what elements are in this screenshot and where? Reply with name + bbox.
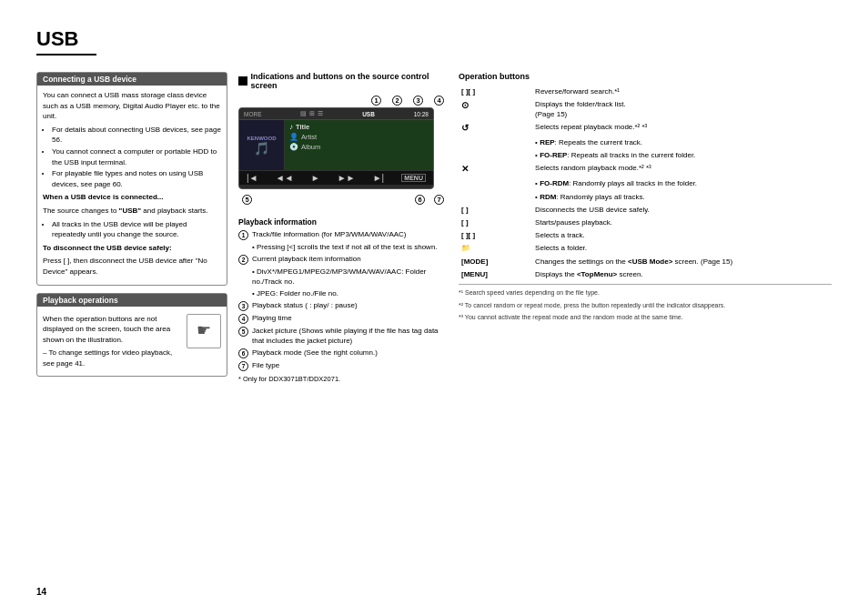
op-row-6: [ ][ ] Selects a track. (459, 229, 832, 242)
pi-num-4: 4 (238, 314, 248, 324)
op-desc-forep: • FO-REP: Repeats all tracks in the curr… (532, 149, 832, 162)
track-title: Title (296, 123, 309, 131)
playback-ops-sub: – To change settings for video playback,… (43, 348, 181, 368)
page-title: USB (36, 27, 96, 55)
screen-num-7: 7 (434, 195, 444, 205)
footnote-1: *¹ Search speed varies depending on the … (459, 288, 832, 297)
hand-icon: ☛ (187, 314, 221, 348)
pi-num-6: 6 (238, 348, 248, 358)
connecting-bullet-3: For playable file types and notes on usi… (52, 168, 221, 189)
op-desc-6: Selects a track. (532, 229, 832, 242)
connecting-bullets: For details about connecting USB devices… (43, 125, 221, 190)
screen-num-2: 2 (392, 96, 402, 106)
op-desc-mode: Changes the settings on the <USB Mode> s… (532, 255, 832, 267)
pi-text-3: Playback status ( : play/ : pause) (252, 300, 358, 310)
screen-num-4: 4 (434, 96, 444, 106)
playback-ops-section: Playback operations When the operation b… (36, 293, 227, 378)
op-btn-forep (459, 149, 532, 162)
op-btn-2: ↺ (459, 121, 532, 136)
pi-num-7: 7 (238, 361, 248, 371)
playback-info-section: Playback information 1 Track/file inform… (238, 217, 448, 385)
disconnect-text: Press [ ], then disconnect the USB devic… (43, 256, 221, 277)
mid-section-title: Indications and buttons on the source co… (238, 72, 448, 90)
mid-footnote: * Only for DDX3071BT/DDX2071. (238, 375, 448, 385)
op-btn-3: ✕ (459, 162, 532, 177)
pi-text-5: Jacket picture (Shows while playing if t… (252, 326, 448, 346)
op-row-rep: • REP: Repeats the current track. (459, 136, 832, 149)
artist-icon: 👤 (289, 133, 298, 141)
screen-time: 10:28 (414, 111, 429, 117)
op-btn-6: [ ][ ] (459, 229, 532, 242)
ctrl-fwd: ►► (338, 173, 356, 183)
op-desc-7: Selects a folder. (532, 242, 832, 255)
pi-num-1: 1 (238, 230, 248, 240)
connecting-intro: You can connect a USB mass storage class… (43, 90, 221, 122)
op-desc-menu: Displays the <TopMenu> screen. (532, 267, 832, 280)
playback-item-2b: • DivX*/MPEG1/MPEG2/MP3/WMA/WAV/AAC: Fol… (252, 267, 448, 287)
op-row-4: [ ] Disconnects the USB device safely. (459, 203, 832, 216)
pi-num-3: 3 (238, 301, 248, 311)
op-row-5: [ ] Starts/pauses playback. (459, 217, 832, 229)
screen-usb-label: USB (362, 111, 375, 117)
screen-mockup: MORE ▤ ⊞ ☰ USB 10:28 KENWOOD (238, 107, 434, 189)
playback-item-1: 1 Track/file information (for MP3/WMA/WA… (238, 229, 448, 240)
op-row-mode: [MODE] Changes the settings on the <USB … (459, 255, 832, 267)
right-column: Operation buttons [ ][ ] Reverse/forward… (459, 72, 832, 388)
mid-section-label: Indications and buttons on the source co… (251, 72, 448, 90)
op-btn-fordm (459, 177, 532, 190)
screen-icon-3: ☰ (318, 110, 323, 117)
op-btn-rep (459, 136, 532, 149)
album-icon: 💿 (289, 143, 298, 151)
section-icon (238, 76, 247, 86)
screen-more-label: MORE (244, 111, 262, 117)
op-row-7: 📁 Selects a folder. (459, 242, 832, 255)
op-btn-5: [ ] (459, 217, 532, 229)
op-row-fordm: • FO-RDM: Randomly plays all tracks in t… (459, 177, 832, 190)
pi-num-5: 5 (238, 327, 248, 337)
pi-text-4: Playing time (252, 313, 292, 323)
op-btn-1: ⊙ (459, 97, 532, 120)
op-desc-1: Displays the folder/track list.(Page 15) (532, 97, 832, 120)
pi-text-6: Playback mode (See the right column.) (252, 348, 378, 358)
footnotes: *¹ Search speed varies depending on the … (459, 284, 832, 321)
connecting-header: Connecting a USB device (37, 73, 227, 86)
playback-item-2c: • JPEG: Folder no./File no. (252, 288, 448, 298)
op-title: Operation buttons (459, 72, 832, 81)
album-label: Album (301, 143, 320, 151)
op-row-2: ↺ Selects repeat playback mode.*² *³ (459, 121, 832, 136)
op-btn-7: 📁 (459, 242, 532, 255)
left-column: Connecting a USB device You can connect … (36, 72, 227, 388)
op-desc-4: Disconnects the USB device safely. (532, 203, 832, 216)
op-desc-5: Starts/pauses playback. (532, 217, 832, 229)
playback-item-3: 3 Playback status ( : play/ : pause) (238, 300, 448, 311)
connecting-section: Connecting a USB device You can connect … (36, 72, 227, 286)
playback-item-4: 4 Playing time (238, 313, 448, 324)
playback-ops-header: Playback operations (37, 294, 227, 307)
op-btn-mode: [MODE] (459, 255, 532, 267)
when-connected-title: When a USB device is connected... (43, 192, 221, 203)
when-connected-bullets: All tracks in the USB device will be pla… (43, 219, 221, 240)
connecting-bullet-2: You cannot connect a computer or portabl… (52, 146, 221, 167)
playback-item-6: 6 Playback mode (See the right column.) (238, 348, 448, 358)
ctrl-prev: |◄ (247, 173, 258, 183)
page-number: 14 (36, 587, 46, 597)
screen-num-5: 5 (242, 195, 252, 205)
connecting-bullet-1: For details about connecting USB devices… (52, 125, 221, 146)
op-btn-rdm (459, 190, 532, 203)
screen-icon-1: ▤ (300, 110, 307, 117)
op-btn-menu: [MENU] (459, 267, 532, 280)
op-row-menu: [MENU] Displays the <TopMenu> screen. (459, 267, 832, 280)
pi-text-2c: • JPEG: Folder no./File no. (252, 289, 338, 297)
op-btn-0: [ ][ ] (459, 85, 532, 97)
op-desc-rep: • REP: Repeats the current track. (532, 136, 832, 149)
ctrl-next: ►| (373, 173, 385, 183)
playback-item-1b: • Pressing [<] scrolls the text if not a… (252, 242, 448, 252)
op-desc-rdm: • RDM: Randomly plays all tracks. (532, 190, 832, 203)
pi-text-1: Track/file information (for MP3/WMA/WAV/… (252, 229, 407, 239)
playback-info-title: Playback information (238, 217, 448, 227)
middle-column: Indications and buttons on the source co… (238, 72, 448, 388)
screen-num-1: 1 (371, 96, 381, 106)
playback-ops-text: When the operation buttons are not displ… (43, 314, 181, 346)
op-row-1: ⊙ Displays the folder/track list.(Page 1… (459, 97, 832, 120)
menu-label: MENU (401, 174, 426, 182)
